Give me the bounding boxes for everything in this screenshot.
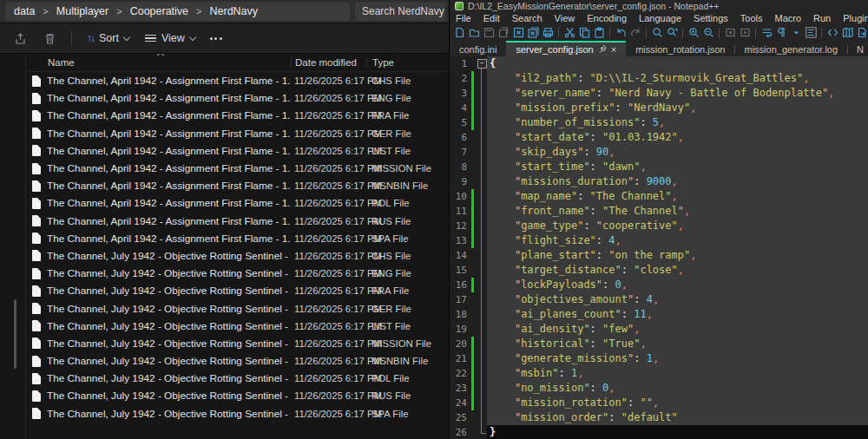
code-line[interactable]: 4 "mission_prefix": "NerdNavy",: [450, 101, 868, 115]
table-row[interactable]: The Channel, July 1942 - Objective Rotti…: [26, 282, 449, 299]
table-row[interactable]: The Channel, July 1942 - Objective Rotti…: [26, 387, 449, 404]
code-line[interactable]: 23 "no_mission": 0,: [450, 381, 868, 396]
code-line[interactable]: 5 "number_of_missions": 5,: [450, 115, 868, 130]
breadcrumb-item[interactable]: Cooperative: [130, 5, 188, 17]
code-line[interactable]: 18 "ai_planes_count": 11,: [450, 307, 868, 322]
tab-server-config-json[interactable]: server_config.json×: [506, 41, 626, 56]
breadcrumb-item[interactable]: Multiplayer: [56, 5, 108, 17]
table-row[interactable]: The Channel, April 1942 - Assignment Fir…: [26, 160, 449, 177]
code-line[interactable]: 12 "game_type": "cooperative",: [450, 219, 868, 233]
delete-icon[interactable]: [37, 29, 62, 49]
find-icon[interactable]: [650, 26, 664, 39]
fold-open-icon[interactable]: [476, 56, 487, 71]
code-line[interactable]: 14 "plane_start": "on the ramp",: [450, 248, 868, 263]
copy-icon[interactable]: [577, 26, 591, 39]
table-row[interactable]: The Channel, July 1942 - Objective Rotti…: [26, 335, 449, 352]
table-row[interactable]: The Channel, July 1942 - Objective Rotti…: [26, 299, 449, 317]
code-line[interactable]: 20 "historical": "True",: [450, 337, 868, 351]
table-row[interactable]: The Channel, July 1942 - Objective Rotti…: [26, 318, 449, 335]
tab-mission-generator-log[interactable]: mission_generator.log: [734, 41, 847, 56]
close-all-icon[interactable]: [526, 26, 540, 39]
pin-icon[interactable]: [598, 44, 607, 55]
tab-n[interactable]: N: [847, 41, 868, 56]
code-line[interactable]: 19 "ai_density": "few",: [450, 322, 868, 337]
close-tab-icon[interactable]: ×: [611, 45, 616, 55]
zoom-out-icon[interactable]: [701, 26, 715, 39]
code-icon[interactable]: [825, 26, 839, 39]
table-row[interactable]: The Channel, April 1942 - Assignment Fir…: [26, 72, 449, 89]
table-row[interactable]: The Channel, April 1942 - Assignment Fir…: [26, 142, 449, 160]
cut-icon[interactable]: [562, 26, 576, 39]
menu-tools[interactable]: Tools: [734, 13, 769, 23]
table-row[interactable]: The Channel, July 1942 - Objective Rotti…: [26, 247, 449, 265]
code-line[interactable]: 2 "il2_path": "D:\\IL-2_Sturmovik_Great_…: [450, 71, 868, 86]
menu-settings[interactable]: Settings: [687, 13, 734, 23]
play-macro-icon[interactable]: [738, 26, 752, 39]
menu-run[interactable]: Run: [807, 13, 837, 23]
nav-scrollbar[interactable]: [14, 299, 16, 369]
code-line[interactable]: 26}: [450, 425, 868, 439]
table-row[interactable]: The Channel, July 1942 - Objective Rotti…: [26, 265, 449, 282]
menu-plugins[interactable]: Plugins: [837, 13, 868, 23]
column-header-date-modified[interactable]: Date modified: [291, 57, 366, 68]
code-line[interactable]: 16 "lockPayloads": 0,: [450, 278, 868, 292]
menu-file[interactable]: File: [450, 13, 477, 23]
tab-mission-rotation-json[interactable]: mission_rotation.json: [626, 41, 734, 56]
zoom-in-icon[interactable]: [687, 26, 700, 39]
code-editor[interactable]: 1{2 "il2_path": "D:\\IL-2_Sturmovik_Grea…: [450, 56, 868, 439]
menu-search[interactable]: Search: [506, 13, 549, 23]
code-line[interactable]: 15 "target_distance": "close",: [450, 263, 868, 278]
tab-config-ini[interactable]: config.ini: [450, 41, 506, 56]
table-row[interactable]: The Channel, April 1942 - Assignment Fir…: [26, 89, 449, 107]
search-input[interactable]: Search NerdNavy: [355, 2, 445, 21]
paste-icon[interactable]: [592, 26, 606, 39]
code-line[interactable]: 8 "start_time": "dawn",: [450, 160, 868, 174]
breadcrumb-item[interactable]: NerdNavy: [210, 5, 259, 17]
table-row[interactable]: The Channel, April 1942 - Assignment Fir…: [26, 177, 449, 194]
breadcrumb-item[interactable]: data: [14, 5, 35, 17]
code-line[interactable]: 9 "missions_duration": 9000,: [450, 174, 868, 189]
code-line[interactable]: 6 "start_date": "01.03.1942",: [450, 130, 868, 145]
record-macro-icon[interactable]: [723, 26, 737, 39]
share-icon[interactable]: [9, 29, 34, 49]
table-row[interactable]: The Channel, July 1942 - Objective Rotti…: [26, 352, 449, 370]
menu-edit[interactable]: Edit: [477, 13, 506, 23]
table-row[interactable]: The Channel, July 1942 - Objective Rotti…: [26, 370, 449, 387]
code-line[interactable]: 22 "msbin": 1,: [450, 366, 868, 381]
table-row[interactable]: The Channel, July 1942 - Objective Rotti…: [26, 405, 449, 423]
table-row[interactable]: The Channel, April 1942 - Assignment Fir…: [26, 230, 449, 247]
menu-macro[interactable]: Macro: [768, 13, 807, 23]
indent-guide-icon[interactable]: [804, 26, 818, 39]
close-icon[interactable]: [511, 26, 525, 39]
code-line[interactable]: 1{: [450, 56, 868, 71]
code-line[interactable]: 3 "server_name": "Nerd Navy - Battle of …: [450, 86, 868, 101]
code-line[interactable]: 10 "map_name": "The Channel",: [450, 189, 868, 204]
code-line[interactable]: 13 "flight_size": 4,: [450, 233, 868, 248]
replace-icon[interactable]: [665, 26, 679, 39]
menu-view[interactable]: View: [549, 13, 582, 23]
column-header-name[interactable]: Name: [26, 57, 291, 68]
open-folder-icon[interactable]: [467, 26, 481, 39]
save-icon[interactable]: [482, 26, 496, 39]
table-row[interactable]: The Channel, April 1942 - Assignment Fir…: [26, 194, 449, 212]
column-header-type[interactable]: Type: [366, 57, 449, 68]
doc-map-icon[interactable]: [840, 26, 854, 39]
doc-switch-icon[interactable]: [855, 26, 868, 39]
table-row[interactable]: The Channel, April 1942 - Assignment Fir…: [26, 213, 449, 230]
see-more-icon[interactable]: [205, 33, 227, 44]
dropdown-caret-icon[interactable]: [789, 26, 803, 39]
sort-button[interactable]: ↑↓ Sort: [81, 29, 135, 48]
code-line[interactable]: 24 "mission_rotation": "",: [450, 396, 868, 410]
new-file-icon[interactable]: [452, 26, 466, 39]
view-button[interactable]: View: [139, 29, 201, 48]
breadcrumb[interactable]: data>Multiplayer>Cooperative>NerdNavy: [5, 2, 350, 21]
print-icon[interactable]: [541, 26, 555, 39]
menu-language[interactable]: Language: [633, 13, 687, 23]
menu-encoding[interactable]: Encoding: [581, 13, 633, 23]
table-row[interactable]: The Channel, April 1942 - Assignment Fir…: [26, 107, 449, 124]
redo-icon[interactable]: [628, 26, 642, 39]
code-line[interactable]: 11 "front_name": "The Channel",: [450, 204, 868, 219]
undo-icon[interactable]: [614, 26, 628, 39]
pilcrow-icon[interactable]: [774, 26, 788, 39]
word-wrap-icon[interactable]: [760, 26, 773, 39]
